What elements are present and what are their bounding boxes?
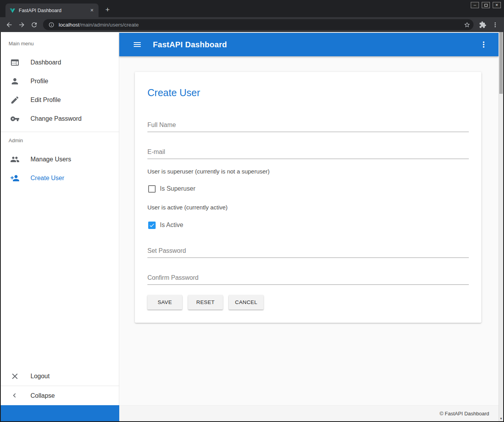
cancel-button[interactable]: CANCEL <box>229 295 264 309</box>
is-superuser-checkbox[interactable]: Is Superuser <box>148 184 469 193</box>
divider <box>1 132 119 132</box>
sidebar-item-profile[interactable]: Profile <box>1 72 119 91</box>
sidebar: Main menu Dashboard Profile Edit Profile <box>1 32 119 405</box>
browser-menu-button[interactable] <box>489 19 501 30</box>
person-add-icon <box>10 173 20 183</box>
bookmark-star-icon[interactable] <box>463 20 471 29</box>
scrollbar-down-arrow-icon[interactable]: ▾ <box>499 416 503 421</box>
email-label: E-mail <box>147 147 469 157</box>
sidebar-item-label: Manage Users <box>30 156 71 163</box>
logout-x-icon <box>10 372 20 381</box>
forward-icon <box>18 21 25 29</box>
full-name-field[interactable]: Full Name <box>147 120 469 132</box>
form-actions: SAVE RESET CANCEL <box>147 295 469 309</box>
sidebar-section-admin: Admin <box>9 138 119 143</box>
email-field[interactable]: E-mail <box>147 147 469 159</box>
forward-button[interactable] <box>16 19 27 30</box>
reload-icon <box>30 21 38 29</box>
browser-window: FastAPI Dashboard ✕ + ─ ✕ localhost/main… <box>0 0 504 422</box>
main-area: FastAPI Dashboard Create User Full Name … <box>119 32 499 405</box>
sidebar-item-edit-profile[interactable]: Edit Profile <box>1 91 119 109</box>
copyright-text: © FastAPI Dashboard <box>439 411 489 417</box>
extensions-icon <box>479 21 486 29</box>
sidebar-item-logout[interactable]: Logout <box>1 367 119 386</box>
hamburger-menu-button[interactable] <box>133 40 142 49</box>
set-password-label: Set Password <box>147 246 469 256</box>
scrollbar-thumb[interactable] <box>499 32 503 94</box>
sidebar-spacer <box>1 188 119 367</box>
sidebar-item-manage-users[interactable]: Manage Users <box>1 150 119 169</box>
page-info-icon[interactable] <box>47 20 56 29</box>
browser-titlebar: FastAPI Dashboard ✕ + ─ ✕ <box>0 0 504 17</box>
sidebar-section-main-menu: Main menu <box>9 41 119 46</box>
browser-toolbar: localhost/main/admin/users/create <box>0 17 504 32</box>
is-active-checkbox[interactable]: Is Active <box>148 221 469 229</box>
maximize-button[interactable] <box>482 2 490 8</box>
confirm-password-label: Confirm Password <box>147 273 469 283</box>
url-text: localhost/main/admin/users/create <box>59 22 459 28</box>
footer: © FastAPI Dashboard <box>1 405 499 421</box>
confirm-password-field[interactable]: Confirm Password <box>147 273 469 285</box>
save-button[interactable]: SAVE <box>147 295 182 309</box>
address-bar[interactable]: localhost/main/admin/users/create <box>43 19 474 30</box>
tab-close-icon[interactable]: ✕ <box>88 7 95 14</box>
full-name-label: Full Name <box>147 120 469 130</box>
extensions-button[interactable] <box>477 19 488 30</box>
pencil-icon <box>10 95 20 105</box>
key-icon <box>10 114 20 123</box>
sidebar-item-label: Dashboard <box>30 59 61 66</box>
more-vert-icon <box>479 40 488 49</box>
page-title: Create User <box>147 87 469 98</box>
back-icon <box>5 21 13 29</box>
footer-accent-bar <box>1 405 119 421</box>
minimize-button[interactable]: ─ <box>471 2 479 8</box>
superuser-hint: User is superuser (currently is not a su… <box>147 168 469 175</box>
checkbox-checked-icon <box>148 222 156 229</box>
close-icon: ✕ <box>495 4 499 7</box>
person-icon <box>10 77 20 86</box>
dashboard-icon <box>10 58 20 67</box>
maximize-icon <box>484 4 488 7</box>
minimize-icon: ─ <box>474 4 476 7</box>
sidebar-item-label: Create User <box>30 175 64 182</box>
vertical-scrollbar[interactable]: ▾ <box>499 32 503 421</box>
sidebar-item-label: Change Password <box>30 115 82 122</box>
checkbox-unchecked-icon <box>148 185 156 193</box>
set-password-field[interactable]: Set Password <box>147 246 469 258</box>
sidebar-item-create-user[interactable]: Create User <box>1 169 119 188</box>
appbar-title: FastAPI Dashboard <box>153 40 227 49</box>
browser-tab[interactable]: FastAPI Dashboard ✕ <box>5 4 99 17</box>
new-tab-button[interactable]: + <box>102 5 113 15</box>
close-button[interactable]: ✕ <box>493 2 501 8</box>
sidebar-collapse-button[interactable]: Collapse <box>1 386 119 405</box>
create-user-card: Create User Full Name E-mail User is sup… <box>135 72 481 323</box>
vuetify-favicon-icon <box>9 7 16 14</box>
page: Main menu Dashboard Profile Edit Profile <box>1 32 503 421</box>
is-active-label: Is Active <box>160 222 183 229</box>
back-button[interactable] <box>3 19 15 30</box>
sidebar-item-label: Logout <box>30 373 50 380</box>
tab-title: FastAPI Dashboard <box>19 8 85 13</box>
sidebar-item-label: Profile <box>30 78 48 85</box>
footer-main: © FastAPI Dashboard <box>119 405 499 421</box>
sidebar-item-change-password[interactable]: Change Password <box>1 109 119 128</box>
active-hint: User is active (currently active) <box>147 204 469 211</box>
browser-menu-dots-icon <box>491 21 499 29</box>
hamburger-icon <box>133 40 142 49</box>
people-icon <box>10 155 20 164</box>
sidebar-item-label: Edit Profile <box>30 97 61 104</box>
app-bar: FastAPI Dashboard <box>119 33 499 56</box>
url-host: localhost <box>59 22 79 28</box>
chevron-left-icon <box>10 391 20 401</box>
sidebar-item-label: Collapse <box>30 392 55 399</box>
window-controls: ─ ✕ <box>471 2 501 8</box>
sidebar-item-dashboard[interactable]: Dashboard <box>1 53 119 72</box>
url-path: /main/admin/users/create <box>79 22 139 28</box>
reset-button[interactable]: RESET <box>188 295 223 309</box>
reload-button[interactable] <box>28 19 40 30</box>
appbar-menu-button[interactable] <box>479 40 488 49</box>
is-superuser-label: Is Superuser <box>160 185 196 192</box>
